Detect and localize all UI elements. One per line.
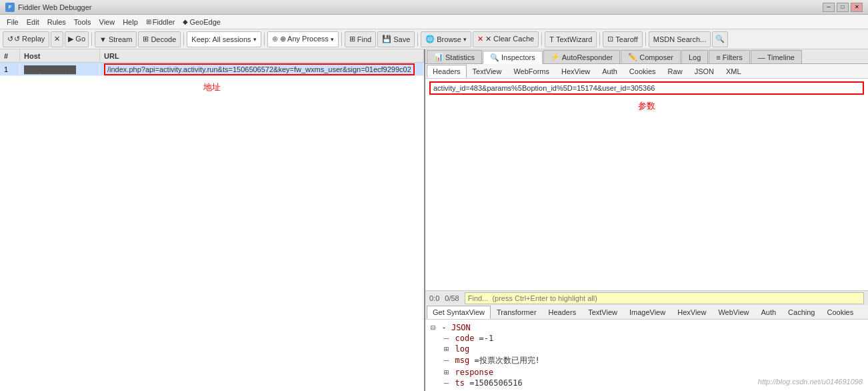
minimize-button[interactable]: ─: [823, 3, 835, 12]
status-position: 0:0: [429, 294, 439, 302]
close-button[interactable]: ✕: [851, 3, 863, 12]
menu-bar: File Edit Rules Tools View Help ⊞ Fiddle…: [0, 15, 868, 29]
msdn-search-icon-btn[interactable]: 🔍: [712, 31, 728, 47]
menu-file[interactable]: File: [3, 17, 23, 27]
decode-button[interactable]: ⊞ Decode: [138, 31, 181, 47]
json-node-response: ⊞ response: [444, 367, 863, 378]
resp-tab-transformer[interactable]: Transformer: [491, 306, 543, 319]
json-root-label: - JSON: [441, 323, 470, 332]
timeline-icon: —: [758, 53, 765, 61]
right-panel: 📊 Statistics 🔍 Inspectors ⚡ AutoResponde…: [425, 49, 868, 391]
sep4: [341, 33, 342, 46]
sub-tab-xml[interactable]: XML: [720, 65, 747, 78]
find-input[interactable]: [465, 292, 864, 304]
status-count: 0/58: [445, 294, 459, 302]
json-dash-code: —: [444, 334, 449, 343]
menu-geoedge[interactable]: ◆ GeoEdge: [179, 17, 224, 27]
keep-dropdown[interactable]: Keep: All sessions ▾: [187, 31, 261, 47]
request-sub-tab-bar: Headers TextView WebForms HexView Auth C…: [425, 64, 868, 79]
sub-tab-webforms[interactable]: WebForms: [507, 65, 555, 78]
stream-icon: ▼: [99, 35, 107, 43]
sep8: [645, 33, 646, 46]
status-bar: 0:0 0/58: [425, 290, 868, 305]
undo-button[interactable]: ✕: [51, 31, 63, 47]
table-row[interactable]: 1 ██████████ /index.php?api=activity.act…: [0, 63, 424, 76]
sep3: [264, 33, 265, 46]
stream-button[interactable]: ▼ Stream: [95, 31, 137, 47]
app-icon: F: [5, 3, 15, 12]
sub-tab-auth[interactable]: Auth: [596, 65, 623, 78]
menu-help[interactable]: Help: [119, 17, 142, 27]
textwizard-button[interactable]: T TextWizard: [545, 31, 597, 47]
resp-tab-syntaxview[interactable]: Get SyntaxView: [427, 306, 491, 319]
json-expand-log[interactable]: ⊞: [444, 344, 449, 354]
response-tab-bar: Get SyntaxView Transformer Headers TextV…: [425, 305, 868, 320]
clear-cache-button[interactable]: ✕ ✕ Clear Cache: [473, 31, 539, 47]
resp-tab-imageview[interactable]: ImageView: [623, 306, 671, 319]
sub-tab-raw[interactable]: Raw: [662, 65, 689, 78]
find-bar: [465, 292, 864, 304]
col-header-host: Host: [20, 49, 100, 62]
go-button[interactable]: ▶ Go: [65, 31, 89, 47]
menu-view[interactable]: View: [95, 17, 119, 27]
browse-icon: 🌐: [425, 35, 435, 43]
any-process-dropdown[interactable]: ⊕ ⊕ Any Process ▾: [267, 31, 339, 47]
sub-tab-headers[interactable]: Headers: [427, 65, 467, 78]
main-area: # Host URL 1 ██████████ /index.php?api=a…: [0, 49, 868, 391]
tab-log[interactable]: Log: [681, 50, 708, 63]
replay-icon: ↺: [7, 35, 13, 43]
sep2: [183, 33, 184, 46]
tab-filters[interactable]: ≡ Filters: [709, 50, 749, 63]
resp-tab-headers[interactable]: Headers: [543, 306, 583, 319]
any-process-icon: ⊕: [272, 35, 278, 43]
tab-timeline[interactable]: — Timeline: [751, 50, 802, 63]
host-blurred: ██████████: [24, 65, 76, 73]
textwizard-icon: T: [549, 35, 554, 43]
replay-button[interactable]: ↺ ↺ Replay: [3, 31, 49, 47]
cell-host: ██████████: [20, 63, 100, 75]
sub-tab-hexview[interactable]: HexView: [555, 65, 596, 78]
tearoff-button[interactable]: ⊡ Tearoff: [603, 31, 642, 47]
msdn-button[interactable]: MSDN Search...: [649, 31, 711, 47]
save-button[interactable]: 💾 Save: [377, 31, 415, 47]
find-button[interactable]: ⊞ Find: [345, 31, 376, 47]
menu-tools[interactable]: Tools: [70, 17, 95, 27]
resp-tab-hexview[interactable]: HexView: [671, 306, 712, 319]
title-text: Fiddler Web Debugger: [18, 3, 91, 11]
filters-icon: ≡: [716, 53, 720, 61]
json-expand-root[interactable]: ⊟: [431, 323, 435, 332]
sub-tab-cookies[interactable]: Cookies: [623, 65, 662, 78]
json-node-msg: — msg =投票次数已用完!: [444, 354, 863, 367]
menu-edit[interactable]: Edit: [23, 17, 43, 27]
resp-tab-auth[interactable]: Auth: [755, 306, 782, 319]
tab-autoresponder[interactable]: ⚡ AutoResponder: [543, 50, 620, 63]
browse-button[interactable]: 🌐 Browse ▾: [421, 31, 471, 47]
sub-tab-textview[interactable]: TextView: [467, 65, 508, 78]
title-bar: F Fiddler Web Debugger ─ □ ✕: [0, 0, 868, 15]
watermark: http://blog.csdn.net/u014691098: [758, 378, 863, 386]
request-url-box: activity_id=483&params%5Boption_id%5D=15…: [429, 81, 864, 95]
composer-icon: ✏️: [628, 53, 637, 61]
left-panel: # Host URL 1 ██████████ /index.php?api=a…: [0, 49, 425, 391]
resp-tab-caching[interactable]: Caching: [782, 306, 821, 319]
json-expand-response[interactable]: ⊞: [444, 368, 449, 377]
clear-cache-icon: ✕: [477, 35, 483, 43]
tab-statistics[interactable]: 📊 Statistics: [427, 50, 482, 63]
tab-inspectors[interactable]: 🔍 Inspectors: [483, 51, 543, 64]
menu-rules[interactable]: Rules: [43, 17, 70, 27]
sep5: [417, 33, 418, 46]
sep6: [541, 33, 542, 46]
resp-tab-textview[interactable]: TextView: [582, 306, 623, 319]
resp-tab-cookies[interactable]: Cookies: [821, 306, 859, 319]
autoresponder-icon: ⚡: [551, 53, 560, 61]
tab-composer[interactable]: ✏️ Composer: [621, 50, 681, 63]
params-label: 参数: [425, 97, 868, 115]
menu-fiddler[interactable]: ⊞ Fiddler: [142, 17, 179, 27]
maximize-button[interactable]: □: [837, 3, 849, 12]
statistics-icon: 📊: [434, 53, 443, 61]
resp-tab-webview[interactable]: WebView: [712, 306, 755, 319]
json-dash-msg: —: [444, 356, 449, 365]
decode-icon: ⊞: [143, 35, 149, 43]
sub-tab-json[interactable]: JSON: [689, 65, 720, 78]
tearoff-icon: ⊡: [607, 35, 613, 43]
